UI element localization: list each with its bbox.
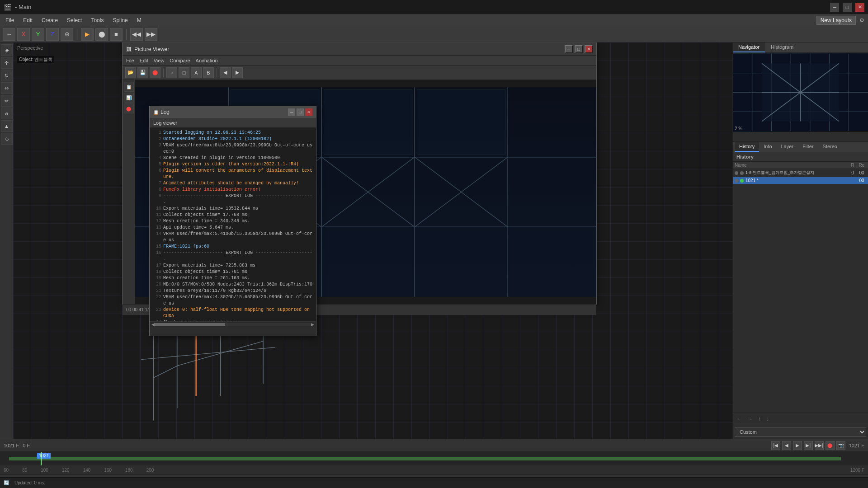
arrow-left-button[interactable]: ← xyxy=(735,415,744,423)
tab-histogram[interactable]: Histogram xyxy=(765,42,799,52)
history-dot-2b xyxy=(740,179,744,183)
menu-create[interactable]: Create xyxy=(40,16,60,24)
viewport-area[interactable]: Perspective Object: 엔드블록 xyxy=(14,42,732,439)
menu-spline[interactable]: Spline xyxy=(111,16,129,24)
y-axis-button[interactable]: Y xyxy=(32,28,44,41)
move-tool-button[interactable]: ↔ xyxy=(3,28,15,41)
arrow-up-button[interactable]: ↑ xyxy=(756,415,763,423)
log-dialog: 📋 Log ─ □ ✕ Log viewer 1Started logging … xyxy=(149,106,316,336)
ruler-160: 160 xyxy=(104,468,112,473)
gear-icon[interactable]: ⚙ xyxy=(859,17,864,23)
log-scroll-track[interactable] xyxy=(155,323,311,326)
render-stop-button[interactable]: ■ xyxy=(110,28,123,41)
pv-close-button[interactable]: ✕ xyxy=(585,45,593,53)
pv-forward-button[interactable]: ▶ xyxy=(232,67,243,78)
pv-square-button[interactable]: □ xyxy=(179,67,189,78)
pv-a-button[interactable]: A xyxy=(191,67,202,78)
menu-m[interactable]: M xyxy=(135,16,143,24)
z-axis-button[interactable]: Z xyxy=(46,28,59,41)
log-scroll-left-button[interactable]: ◀ xyxy=(151,322,155,327)
ipr-button[interactable]: ⬤ xyxy=(95,28,108,41)
log-subtab[interactable]: Log viewer xyxy=(150,118,316,128)
minimize-button[interactable]: ─ xyxy=(830,3,839,12)
tab-filter[interactable]: Filter xyxy=(798,142,818,152)
end-frame-label: 1021 F xyxy=(849,443,864,448)
maximize-button[interactable]: □ xyxy=(843,3,852,12)
render-button[interactable]: ▶ xyxy=(81,28,94,41)
tool-bevel[interactable]: ◇ xyxy=(1,133,13,145)
pv-side-btn-2[interactable]: 📊 xyxy=(124,93,134,103)
tool-knife[interactable]: ⌀ xyxy=(1,108,13,119)
log-line-num-11: 12 xyxy=(152,218,161,225)
c4d-menus: File Edit Create Select Tools Spline M xyxy=(4,16,143,24)
pv-side-btn-1[interactable]: 📋 xyxy=(124,82,134,92)
menu-file[interactable]: File xyxy=(4,16,16,24)
x-axis-button[interactable]: X xyxy=(17,28,30,41)
tab-history[interactable]: History xyxy=(735,142,759,152)
history-item-2[interactable]: 1021 * 00 xyxy=(733,177,868,184)
custom-dropdown[interactable]: Custom Default xyxy=(735,427,866,437)
tab-navigator[interactable]: Navigator xyxy=(733,42,765,52)
new-layouts-button[interactable]: New Layouts xyxy=(816,16,856,25)
nav-preview-img xyxy=(733,53,868,132)
timeline-start-button[interactable]: |◀ xyxy=(771,441,780,450)
log-line-text-4: Plugin version is older than version:202… xyxy=(163,161,299,168)
menu-edit[interactable]: Edit xyxy=(21,16,34,24)
timeline-cam-button[interactable]: 📷 xyxy=(836,441,845,450)
frame-back-button[interactable]: ◀◀ xyxy=(130,28,143,41)
tool-rotate[interactable]: ↻ xyxy=(1,70,13,81)
arrow-right-button[interactable]: → xyxy=(745,415,755,423)
log-scroll-right-button[interactable]: ▶ xyxy=(311,322,314,327)
log-content[interactable]: 1Started logging on 12.06.23 13:46:252Oc… xyxy=(150,128,316,321)
tab-stereo[interactable]: Stereo xyxy=(818,142,842,152)
pv-side-btn-3[interactable]: ⬤ xyxy=(124,103,134,113)
menu-select[interactable]: Select xyxy=(65,16,84,24)
log-line-num-13: 14 xyxy=(152,231,161,244)
log-line-text-7: FumeFx library initialisation error! xyxy=(163,187,261,193)
log-scroll-thumb[interactable] xyxy=(155,323,225,326)
pv-circle-button[interactable]: ○ xyxy=(166,67,177,78)
nav-preview[interactable]: 2 % xyxy=(733,53,868,132)
tool-scale[interactable]: ⇔ xyxy=(1,82,13,94)
tab-layer[interactable]: Layer xyxy=(777,142,798,152)
tool-move[interactable]: ✛ xyxy=(1,57,13,69)
timeline-next-button[interactable]: ▶| xyxy=(804,441,813,450)
tool-extrude[interactable]: ▲ xyxy=(1,120,13,132)
timeline-end-button[interactable]: ▶▶| xyxy=(815,441,824,450)
pv-menu-edit[interactable]: Edit xyxy=(140,58,148,63)
pv-b-button[interactable]: B xyxy=(203,67,214,78)
pv-open-button[interactable]: 📂 xyxy=(125,67,136,78)
timeline-prev-button[interactable]: ◀ xyxy=(782,441,791,450)
log-line-text-11: Mesh creation time = 340.348 ms. xyxy=(163,218,250,225)
log-restore-button[interactable]: □ xyxy=(297,108,304,116)
log-titlebar: 📋 Log ─ □ ✕ xyxy=(150,106,316,118)
pv-menu-compare[interactable]: Compare xyxy=(170,58,190,63)
tool-select[interactable]: ◈ xyxy=(1,44,13,56)
status-bar: 🔄 Updated: 0 ms. xyxy=(0,477,868,488)
close-button[interactable]: ✕ xyxy=(855,3,864,12)
timeline-play-button[interactable]: ▶ xyxy=(793,441,802,450)
pv-menu-animation[interactable]: Animation xyxy=(196,58,218,63)
log-close-button[interactable]: ✕ xyxy=(305,108,312,116)
pv-maximize-button[interactable]: □ xyxy=(575,45,583,53)
pv-minimize-button[interactable]: ─ xyxy=(565,45,573,53)
pv-menu-file[interactable]: File xyxy=(126,58,134,63)
arrow-down-button[interactable]: ↓ xyxy=(764,415,771,423)
timeline-track[interactable]: 1021 xyxy=(0,452,868,465)
timeline-record-button[interactable]: ⬤ xyxy=(826,441,835,450)
history-item-1[interactable]: 1-8-엔드블록_업가프집_추가할근설지 0 00 xyxy=(733,169,868,177)
coords-button[interactable]: ⊕ xyxy=(61,28,73,41)
frame-forward-button[interactable]: ▶▶ xyxy=(145,28,157,41)
log-minimize-button[interactable]: ─ xyxy=(288,108,295,116)
os-title: - Main xyxy=(15,4,31,10)
log-icon: 📋 xyxy=(153,110,159,115)
menu-tools[interactable]: Tools xyxy=(89,16,105,24)
pv-menu-view[interactable]: View xyxy=(154,58,165,63)
log-line-text-18: Mesh creation time = 261.163 ms. xyxy=(163,275,250,282)
pv-toolbar-sep-2 xyxy=(217,68,217,77)
tab-info[interactable]: Info xyxy=(759,142,776,152)
pv-back-button[interactable]: ◀ xyxy=(220,67,231,78)
pv-save-button[interactable]: 💾 xyxy=(137,67,148,78)
tool-paint[interactable]: ✏ xyxy=(1,95,13,107)
pv-record-button[interactable]: ⬤ xyxy=(150,67,160,78)
